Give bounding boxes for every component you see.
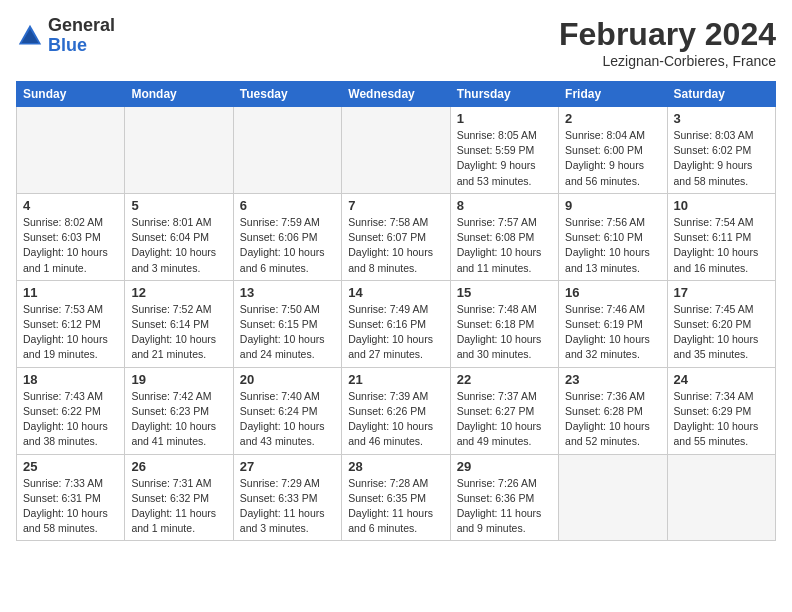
logo-icon <box>16 22 44 50</box>
title-block: February 2024 Lezignan-Corbieres, France <box>559 16 776 69</box>
day-info: Sunrise: 8:05 AMSunset: 5:59 PMDaylight:… <box>457 128 552 189</box>
day-info: Sunrise: 7:39 AMSunset: 6:26 PMDaylight:… <box>348 389 443 450</box>
day-number: 20 <box>240 372 335 387</box>
calendar-day-cell: 7Sunrise: 7:58 AMSunset: 6:07 PMDaylight… <box>342 193 450 280</box>
calendar-week-row: 11Sunrise: 7:53 AMSunset: 6:12 PMDayligh… <box>17 280 776 367</box>
calendar-header: SundayMondayTuesdayWednesdayThursdayFrid… <box>17 82 776 107</box>
calendar-day-cell: 18Sunrise: 7:43 AMSunset: 6:22 PMDayligh… <box>17 367 125 454</box>
day-info: Sunrise: 8:01 AMSunset: 6:04 PMDaylight:… <box>131 215 226 276</box>
logo-general-text: General <box>48 16 115 36</box>
day-number: 1 <box>457 111 552 126</box>
day-number: 8 <box>457 198 552 213</box>
day-info: Sunrise: 7:26 AMSunset: 6:36 PMDaylight:… <box>457 476 552 537</box>
day-number: 10 <box>674 198 769 213</box>
day-number: 22 <box>457 372 552 387</box>
weekday-header-cell: Saturday <box>667 82 775 107</box>
page-header: General Blue February 2024 Lezignan-Corb… <box>16 16 776 69</box>
logo-blue-text: Blue <box>48 36 115 56</box>
calendar-week-row: 18Sunrise: 7:43 AMSunset: 6:22 PMDayligh… <box>17 367 776 454</box>
day-info: Sunrise: 7:56 AMSunset: 6:10 PMDaylight:… <box>565 215 660 276</box>
logo: General Blue <box>16 16 115 56</box>
day-number: 4 <box>23 198 118 213</box>
day-number: 6 <box>240 198 335 213</box>
weekday-header-row: SundayMondayTuesdayWednesdayThursdayFrid… <box>17 82 776 107</box>
day-number: 14 <box>348 285 443 300</box>
day-number: 12 <box>131 285 226 300</box>
calendar-day-cell: 25Sunrise: 7:33 AMSunset: 6:31 PMDayligh… <box>17 454 125 541</box>
day-number: 15 <box>457 285 552 300</box>
calendar-day-cell <box>17 107 125 194</box>
day-info: Sunrise: 7:33 AMSunset: 6:31 PMDaylight:… <box>23 476 118 537</box>
calendar-table: SundayMondayTuesdayWednesdayThursdayFrid… <box>16 81 776 541</box>
day-number: 27 <box>240 459 335 474</box>
weekday-header-cell: Wednesday <box>342 82 450 107</box>
calendar-day-cell: 23Sunrise: 7:36 AMSunset: 6:28 PMDayligh… <box>559 367 667 454</box>
weekday-header-cell: Thursday <box>450 82 558 107</box>
calendar-day-cell <box>233 107 341 194</box>
calendar-day-cell: 26Sunrise: 7:31 AMSunset: 6:32 PMDayligh… <box>125 454 233 541</box>
day-number: 26 <box>131 459 226 474</box>
calendar-day-cell: 12Sunrise: 7:52 AMSunset: 6:14 PMDayligh… <box>125 280 233 367</box>
calendar-day-cell: 15Sunrise: 7:48 AMSunset: 6:18 PMDayligh… <box>450 280 558 367</box>
calendar-day-cell <box>559 454 667 541</box>
calendar-day-cell: 4Sunrise: 8:02 AMSunset: 6:03 PMDaylight… <box>17 193 125 280</box>
calendar-day-cell: 19Sunrise: 7:42 AMSunset: 6:23 PMDayligh… <box>125 367 233 454</box>
calendar-day-cell: 24Sunrise: 7:34 AMSunset: 6:29 PMDayligh… <box>667 367 775 454</box>
day-number: 13 <box>240 285 335 300</box>
day-info: Sunrise: 7:52 AMSunset: 6:14 PMDaylight:… <box>131 302 226 363</box>
calendar-day-cell: 9Sunrise: 7:56 AMSunset: 6:10 PMDaylight… <box>559 193 667 280</box>
day-number: 7 <box>348 198 443 213</box>
day-number: 2 <box>565 111 660 126</box>
day-info: Sunrise: 7:50 AMSunset: 6:15 PMDaylight:… <box>240 302 335 363</box>
day-info: Sunrise: 7:53 AMSunset: 6:12 PMDaylight:… <box>23 302 118 363</box>
day-number: 25 <box>23 459 118 474</box>
day-number: 23 <box>565 372 660 387</box>
day-info: Sunrise: 8:02 AMSunset: 6:03 PMDaylight:… <box>23 215 118 276</box>
calendar-day-cell: 29Sunrise: 7:26 AMSunset: 6:36 PMDayligh… <box>450 454 558 541</box>
calendar-day-cell: 5Sunrise: 8:01 AMSunset: 6:04 PMDaylight… <box>125 193 233 280</box>
calendar-day-cell: 6Sunrise: 7:59 AMSunset: 6:06 PMDaylight… <box>233 193 341 280</box>
weekday-header-cell: Monday <box>125 82 233 107</box>
calendar-day-cell: 27Sunrise: 7:29 AMSunset: 6:33 PMDayligh… <box>233 454 341 541</box>
calendar-day-cell: 2Sunrise: 8:04 AMSunset: 6:00 PMDaylight… <box>559 107 667 194</box>
calendar-day-cell: 16Sunrise: 7:46 AMSunset: 6:19 PMDayligh… <box>559 280 667 367</box>
day-info: Sunrise: 8:04 AMSunset: 6:00 PMDaylight:… <box>565 128 660 189</box>
calendar-day-cell: 14Sunrise: 7:49 AMSunset: 6:16 PMDayligh… <box>342 280 450 367</box>
day-info: Sunrise: 7:42 AMSunset: 6:23 PMDaylight:… <box>131 389 226 450</box>
calendar-day-cell: 21Sunrise: 7:39 AMSunset: 6:26 PMDayligh… <box>342 367 450 454</box>
day-info: Sunrise: 7:31 AMSunset: 6:32 PMDaylight:… <box>131 476 226 537</box>
day-info: Sunrise: 7:43 AMSunset: 6:22 PMDaylight:… <box>23 389 118 450</box>
day-info: Sunrise: 7:34 AMSunset: 6:29 PMDaylight:… <box>674 389 769 450</box>
day-info: Sunrise: 7:37 AMSunset: 6:27 PMDaylight:… <box>457 389 552 450</box>
calendar-day-cell: 1Sunrise: 8:05 AMSunset: 5:59 PMDaylight… <box>450 107 558 194</box>
day-number: 17 <box>674 285 769 300</box>
day-info: Sunrise: 7:46 AMSunset: 6:19 PMDaylight:… <box>565 302 660 363</box>
day-info: Sunrise: 7:48 AMSunset: 6:18 PMDaylight:… <box>457 302 552 363</box>
calendar-week-row: 1Sunrise: 8:05 AMSunset: 5:59 PMDaylight… <box>17 107 776 194</box>
day-number: 11 <box>23 285 118 300</box>
calendar-day-cell <box>342 107 450 194</box>
day-number: 24 <box>674 372 769 387</box>
day-info: Sunrise: 7:54 AMSunset: 6:11 PMDaylight:… <box>674 215 769 276</box>
calendar-day-cell <box>667 454 775 541</box>
day-info: Sunrise: 7:28 AMSunset: 6:35 PMDaylight:… <box>348 476 443 537</box>
day-info: Sunrise: 7:45 AMSunset: 6:20 PMDaylight:… <box>674 302 769 363</box>
day-number: 29 <box>457 459 552 474</box>
day-number: 28 <box>348 459 443 474</box>
day-info: Sunrise: 7:49 AMSunset: 6:16 PMDaylight:… <box>348 302 443 363</box>
weekday-header-cell: Tuesday <box>233 82 341 107</box>
calendar-day-cell: 10Sunrise: 7:54 AMSunset: 6:11 PMDayligh… <box>667 193 775 280</box>
calendar-day-cell: 13Sunrise: 7:50 AMSunset: 6:15 PMDayligh… <box>233 280 341 367</box>
calendar-day-cell: 8Sunrise: 7:57 AMSunset: 6:08 PMDaylight… <box>450 193 558 280</box>
calendar-day-cell <box>125 107 233 194</box>
calendar-week-row: 4Sunrise: 8:02 AMSunset: 6:03 PMDaylight… <box>17 193 776 280</box>
day-number: 21 <box>348 372 443 387</box>
day-info: Sunrise: 7:58 AMSunset: 6:07 PMDaylight:… <box>348 215 443 276</box>
calendar-day-cell: 11Sunrise: 7:53 AMSunset: 6:12 PMDayligh… <box>17 280 125 367</box>
day-number: 5 <box>131 198 226 213</box>
day-number: 16 <box>565 285 660 300</box>
location-subtitle: Lezignan-Corbieres, France <box>559 53 776 69</box>
calendar-day-cell: 28Sunrise: 7:28 AMSunset: 6:35 PMDayligh… <box>342 454 450 541</box>
day-info: Sunrise: 7:59 AMSunset: 6:06 PMDaylight:… <box>240 215 335 276</box>
day-info: Sunrise: 7:29 AMSunset: 6:33 PMDaylight:… <box>240 476 335 537</box>
